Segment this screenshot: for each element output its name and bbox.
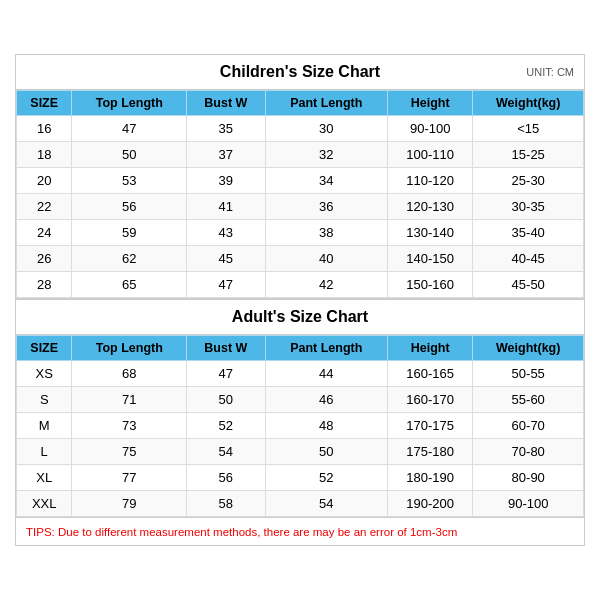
table-cell: <15	[473, 116, 584, 142]
table-cell: 59	[72, 220, 187, 246]
adult-header-row: SIZE Top Length Bust W Pant Length Heigh…	[17, 336, 584, 361]
table-cell: 24	[17, 220, 72, 246]
table-cell: 45	[187, 246, 265, 272]
table-cell: 30	[265, 116, 387, 142]
table-cell: 54	[187, 439, 265, 465]
table-cell: 175-180	[387, 439, 472, 465]
table-row: M735248170-17560-70	[17, 413, 584, 439]
table-cell: 65	[72, 272, 187, 298]
size-chart-container: Children's Size Chart UNIT: CM SIZE Top …	[15, 54, 585, 546]
table-row: 18503732100-11015-25	[17, 142, 584, 168]
children-title-row: Children's Size Chart UNIT: CM	[16, 55, 584, 90]
children-table-body: 1647353090-100<1518503732100-11015-25205…	[17, 116, 584, 298]
table-cell: 150-160	[387, 272, 472, 298]
table-cell: 15-25	[473, 142, 584, 168]
children-col-weight: Weight(kg)	[473, 91, 584, 116]
table-cell: 130-140	[387, 220, 472, 246]
table-cell: 34	[265, 168, 387, 194]
table-cell: 79	[72, 491, 187, 517]
table-cell: 53	[72, 168, 187, 194]
table-cell: 28	[17, 272, 72, 298]
table-cell: 47	[72, 116, 187, 142]
table-cell: XS	[17, 361, 72, 387]
table-cell: 47	[187, 361, 265, 387]
table-cell: 90-100	[473, 491, 584, 517]
tips-text: TIPS: Due to different measurement metho…	[26, 526, 457, 538]
table-cell: 60-70	[473, 413, 584, 439]
table-row: XS684744160-16550-55	[17, 361, 584, 387]
children-chart-title: Children's Size Chart	[220, 63, 380, 81]
adult-table-body: XS684744160-16550-55S715046160-17055-60M…	[17, 361, 584, 517]
table-cell: 50	[187, 387, 265, 413]
children-col-top-length: Top Length	[72, 91, 187, 116]
table-cell: 26	[17, 246, 72, 272]
adult-col-bust-w: Bust W	[187, 336, 265, 361]
adult-chart-title: Adult's Size Chart	[232, 308, 368, 326]
adult-title-row: Adult's Size Chart	[16, 298, 584, 335]
table-cell: 50	[265, 439, 387, 465]
table-row: 22564136120-13030-35	[17, 194, 584, 220]
table-cell: 54	[265, 491, 387, 517]
table-cell: 36	[265, 194, 387, 220]
table-cell: 140-150	[387, 246, 472, 272]
children-col-bust-w: Bust W	[187, 91, 265, 116]
table-cell: 39	[187, 168, 265, 194]
table-cell: 32	[265, 142, 387, 168]
table-cell: 46	[265, 387, 387, 413]
table-cell: 18	[17, 142, 72, 168]
table-cell: 35-40	[473, 220, 584, 246]
table-row: S715046160-17055-60	[17, 387, 584, 413]
table-cell: 56	[187, 465, 265, 491]
table-cell: S	[17, 387, 72, 413]
table-cell: XL	[17, 465, 72, 491]
table-cell: 52	[187, 413, 265, 439]
table-cell: 100-110	[387, 142, 472, 168]
table-cell: 37	[187, 142, 265, 168]
children-header-row: SIZE Top Length Bust W Pant Length Heigh…	[17, 91, 584, 116]
table-cell: 160-170	[387, 387, 472, 413]
table-cell: 40	[265, 246, 387, 272]
table-cell: 62	[72, 246, 187, 272]
children-col-size: SIZE	[17, 91, 72, 116]
table-cell: 48	[265, 413, 387, 439]
table-cell: 40-45	[473, 246, 584, 272]
table-cell: 44	[265, 361, 387, 387]
adult-col-weight: Weight(kg)	[473, 336, 584, 361]
table-cell: 73	[72, 413, 187, 439]
table-cell: 80-90	[473, 465, 584, 491]
table-cell: 70-80	[473, 439, 584, 465]
table-cell: 16	[17, 116, 72, 142]
table-cell: 43	[187, 220, 265, 246]
table-cell: 42	[265, 272, 387, 298]
table-cell: 160-165	[387, 361, 472, 387]
table-cell: 68	[72, 361, 187, 387]
children-col-pant-length: Pant Length	[265, 91, 387, 116]
table-cell: 25-30	[473, 168, 584, 194]
table-cell: 90-100	[387, 116, 472, 142]
table-cell: 38	[265, 220, 387, 246]
table-cell: 190-200	[387, 491, 472, 517]
table-row: XXL795854190-20090-100	[17, 491, 584, 517]
table-cell: 20	[17, 168, 72, 194]
table-cell: 110-120	[387, 168, 472, 194]
table-row: 28654742150-16045-50	[17, 272, 584, 298]
table-row: XL775652180-19080-90	[17, 465, 584, 491]
table-cell: 52	[265, 465, 387, 491]
table-cell: 120-130	[387, 194, 472, 220]
adult-col-height: Height	[387, 336, 472, 361]
children-col-height: Height	[387, 91, 472, 116]
table-cell: 50	[72, 142, 187, 168]
table-cell: 22	[17, 194, 72, 220]
table-cell: 50-55	[473, 361, 584, 387]
table-cell: 77	[72, 465, 187, 491]
adult-size-table: SIZE Top Length Bust W Pant Length Heigh…	[16, 335, 584, 517]
unit-label: UNIT: CM	[526, 66, 574, 78]
table-row: 20533934110-12025-30	[17, 168, 584, 194]
table-cell: 47	[187, 272, 265, 298]
table-cell: 56	[72, 194, 187, 220]
table-cell: L	[17, 439, 72, 465]
children-size-table: SIZE Top Length Bust W Pant Length Heigh…	[16, 90, 584, 298]
table-cell: 30-35	[473, 194, 584, 220]
table-cell: 35	[187, 116, 265, 142]
table-row: L755450175-18070-80	[17, 439, 584, 465]
